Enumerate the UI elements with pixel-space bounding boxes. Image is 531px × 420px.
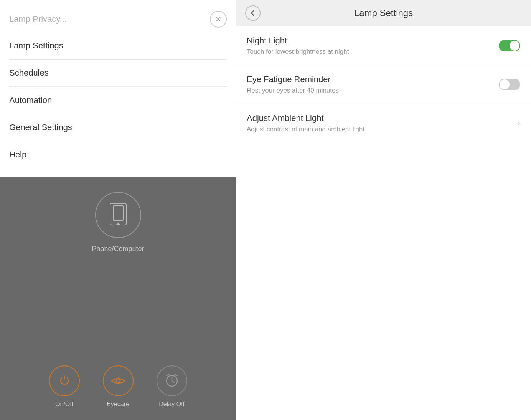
back-button[interactable] xyxy=(245,5,261,21)
toggle-knob xyxy=(510,41,519,51)
ambient-light-text: Adjust Ambient Light Adjust contrast of … xyxy=(247,113,510,133)
device-area: Phone/Computer xyxy=(92,192,144,253)
ambient-light-control: › xyxy=(518,118,520,128)
svg-line-10 xyxy=(172,381,174,382)
svg-line-11 xyxy=(167,375,169,375)
onoff-button[interactable] xyxy=(49,365,80,396)
right-panel-title: Lamp Settings xyxy=(245,8,522,18)
control-onoff: On/Off xyxy=(49,365,80,408)
nav-item-lamp-settings[interactable]: Lamp Settings xyxy=(9,32,227,60)
bottom-controls: On/Off Eyecare xyxy=(49,365,187,408)
setting-night-light[interactable]: Night Light Touch for lowest brightness … xyxy=(236,26,531,65)
left-bottom-section: Phone/Computer On/Off xyxy=(0,177,236,420)
close-button[interactable] xyxy=(210,11,227,28)
night-light-control xyxy=(499,40,520,51)
night-light-text: Night Light Touch for lowest brightness … xyxy=(247,36,491,56)
nav-item-schedules[interactable]: Schedules xyxy=(9,60,227,87)
svg-line-12 xyxy=(175,375,177,375)
night-light-subtitle: Touch for lowest brightness at night xyxy=(247,48,491,56)
eye-fatigue-title: Eye Fatigue Reminder xyxy=(247,74,491,84)
device-label: Phone/Computer xyxy=(92,245,144,253)
nav-item-help[interactable]: Help xyxy=(9,141,227,168)
left-panel: Lamp Privacy... Lamp Settings Schedules … xyxy=(0,0,236,420)
left-top-section: Lamp Privacy... Lamp Settings Schedules … xyxy=(0,0,236,177)
eyecare-button[interactable] xyxy=(103,365,134,396)
nav-item-general-settings[interactable]: General Settings xyxy=(9,114,227,141)
svg-rect-5 xyxy=(116,224,120,225)
toggle-knob xyxy=(500,79,510,89)
eye-fatigue-toggle[interactable] xyxy=(499,79,520,90)
left-header: Lamp Privacy... xyxy=(0,0,236,32)
left-panel-title: Lamp Privacy... xyxy=(9,14,67,24)
ambient-light-title: Adjust Ambient Light xyxy=(247,113,510,123)
control-delay-off: Delay Off xyxy=(157,365,187,408)
settings-list: Night Light Touch for lowest brightness … xyxy=(236,26,531,420)
delay-off-label: Delay Off xyxy=(159,401,184,408)
setting-ambient-light[interactable]: Adjust Ambient Light Adjust contrast of … xyxy=(236,104,531,142)
device-icon xyxy=(95,192,141,238)
ambient-light-subtitle: Adjust contrast of main and ambient ligh… xyxy=(247,126,510,133)
control-eyecare: Eyecare xyxy=(103,365,134,408)
right-header: Lamp Settings xyxy=(236,0,531,26)
onoff-label: On/Off xyxy=(55,401,73,408)
nav-list: Lamp Settings Schedules Automation Gener… xyxy=(0,32,236,168)
svg-rect-2 xyxy=(110,203,126,225)
chevron-right-icon: › xyxy=(518,118,520,128)
eyecare-label: Eyecare xyxy=(107,401,129,408)
delay-button[interactable] xyxy=(157,365,187,396)
night-light-title: Night Light xyxy=(247,36,491,46)
setting-eye-fatigue[interactable]: Eye Fatigue Reminder Rest your eyes afte… xyxy=(236,65,531,104)
nav-item-automation[interactable]: Automation xyxy=(9,87,227,114)
right-panel: Lamp Settings Night Light Touch for lowe… xyxy=(236,0,531,420)
eye-fatigue-text: Eye Fatigue Reminder Rest your eyes afte… xyxy=(247,74,491,94)
eye-fatigue-control xyxy=(499,79,520,90)
night-light-toggle[interactable] xyxy=(499,40,520,51)
svg-point-6 xyxy=(116,379,120,383)
eye-fatigue-subtitle: Rest your eyes after 40 minutes xyxy=(247,87,491,94)
svg-rect-3 xyxy=(113,206,123,220)
svg-point-4 xyxy=(117,223,119,224)
